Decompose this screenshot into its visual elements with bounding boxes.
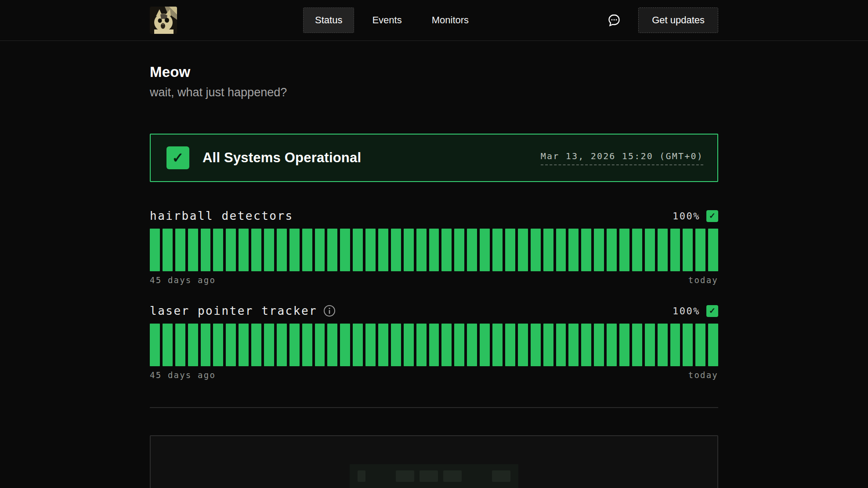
uptime-bar[interactable] xyxy=(365,229,376,271)
uptime-bar[interactable] xyxy=(531,229,541,271)
uptime-bar[interactable] xyxy=(340,229,350,271)
uptime-bar[interactable] xyxy=(201,229,211,271)
uptime-bar[interactable] xyxy=(315,229,325,271)
uptime-bar[interactable] xyxy=(594,324,604,366)
uptime-bar[interactable] xyxy=(251,229,261,271)
uptime-bar[interactable] xyxy=(695,229,705,271)
uptime-bar[interactable] xyxy=(658,229,668,271)
uptime-bar[interactable] xyxy=(277,324,287,366)
uptime-bar[interactable] xyxy=(467,324,477,366)
uptime-bar[interactable] xyxy=(568,229,579,271)
tab-monitors[interactable]: Monitors xyxy=(420,7,481,33)
uptime-bar[interactable] xyxy=(594,229,604,271)
uptime-bar[interactable] xyxy=(568,324,579,366)
uptime-bar[interactable] xyxy=(531,324,541,366)
uptime-bar[interactable] xyxy=(264,324,274,366)
uptime-bar[interactable] xyxy=(163,229,173,271)
uptime-bar[interactable] xyxy=(416,324,427,366)
uptime-bar[interactable] xyxy=(454,324,464,366)
uptime-bar[interactable] xyxy=(480,229,490,271)
uptime-bar[interactable] xyxy=(175,229,185,271)
uptime-bar[interactable] xyxy=(645,324,655,366)
chat-button[interactable] xyxy=(607,13,622,28)
uptime-bar[interactable] xyxy=(708,324,718,366)
uptime-bar[interactable] xyxy=(658,324,668,366)
status-timestamp[interactable]: Mar 13, 2026 15:20 (GMT+0) xyxy=(541,151,703,165)
uptime-bar[interactable] xyxy=(467,229,477,271)
uptime-bar[interactable] xyxy=(556,324,566,366)
uptime-bar[interactable] xyxy=(632,229,642,271)
uptime-bar[interactable] xyxy=(441,324,452,366)
uptime-bar[interactable] xyxy=(708,229,718,271)
uptime-bar[interactable] xyxy=(404,324,414,366)
uptime-bar[interactable] xyxy=(404,229,414,271)
cat-logo[interactable] xyxy=(150,7,177,34)
monitor-status-checkbox[interactable]: ✓ xyxy=(706,210,718,222)
uptime-bar[interactable] xyxy=(150,229,160,271)
monitor-status-checkbox[interactable]: ✓ xyxy=(706,305,718,317)
uptime-bar[interactable] xyxy=(251,324,261,366)
uptime-bar[interactable] xyxy=(619,229,629,271)
uptime-bar[interactable] xyxy=(340,324,350,366)
uptime-bar[interactable] xyxy=(683,229,693,271)
uptime-bar[interactable] xyxy=(492,324,503,366)
uptime-bar[interactable] xyxy=(441,229,452,271)
uptime-bar[interactable] xyxy=(505,324,515,366)
uptime-bar[interactable] xyxy=(277,229,287,271)
uptime-bar[interactable] xyxy=(670,229,680,271)
uptime-bar[interactable] xyxy=(518,324,528,366)
uptime-bar[interactable] xyxy=(429,229,439,271)
uptime-bar[interactable] xyxy=(353,324,363,366)
uptime-bar[interactable] xyxy=(518,229,528,271)
info-icon[interactable] xyxy=(323,305,336,317)
get-updates-button[interactable]: Get updates xyxy=(638,7,718,33)
uptime-bar[interactable] xyxy=(543,324,553,366)
uptime-bar[interactable] xyxy=(695,324,705,366)
uptime-bar[interactable] xyxy=(581,229,591,271)
uptime-bar[interactable] xyxy=(289,324,300,366)
uptime-bar[interactable] xyxy=(391,229,401,271)
uptime-bar[interactable] xyxy=(353,229,363,271)
uptime-bar[interactable] xyxy=(607,229,617,271)
uptime-bar[interactable] xyxy=(264,229,274,271)
uptime-bar[interactable] xyxy=(454,229,464,271)
uptime-bar[interactable] xyxy=(683,324,693,366)
uptime-bar[interactable] xyxy=(226,324,236,366)
uptime-bar[interactable] xyxy=(213,229,223,271)
uptime-bar[interactable] xyxy=(581,324,591,366)
uptime-bar[interactable] xyxy=(619,324,629,366)
uptime-bar[interactable] xyxy=(670,324,680,366)
uptime-bar[interactable] xyxy=(239,324,249,366)
uptime-bar[interactable] xyxy=(175,324,185,366)
uptime-bar[interactable] xyxy=(150,324,160,366)
uptime-bar[interactable] xyxy=(480,324,490,366)
uptime-bar[interactable] xyxy=(607,324,617,366)
uptime-bar[interactable] xyxy=(365,324,376,366)
uptime-bar[interactable] xyxy=(645,229,655,271)
tab-status[interactable]: Status xyxy=(303,7,354,33)
uptime-bar[interactable] xyxy=(302,229,312,271)
uptime-bar[interactable] xyxy=(505,229,515,271)
uptime-bar[interactable] xyxy=(378,229,388,271)
uptime-bar[interactable] xyxy=(289,229,300,271)
uptime-bar[interactable] xyxy=(556,229,566,271)
uptime-bar[interactable] xyxy=(632,324,642,366)
uptime-bar[interactable] xyxy=(416,229,427,271)
uptime-bar[interactable] xyxy=(315,324,325,366)
uptime-bar[interactable] xyxy=(391,324,401,366)
uptime-bar[interactable] xyxy=(239,229,249,271)
uptime-bar[interactable] xyxy=(188,229,198,271)
uptime-bar[interactable] xyxy=(226,229,236,271)
uptime-bar[interactable] xyxy=(378,324,388,366)
uptime-bar[interactable] xyxy=(327,324,337,366)
uptime-bar[interactable] xyxy=(213,324,223,366)
uptime-bar[interactable] xyxy=(302,324,312,366)
uptime-bar[interactable] xyxy=(543,229,553,271)
uptime-bar[interactable] xyxy=(201,324,211,366)
uptime-bar[interactable] xyxy=(492,229,503,271)
tab-events[interactable]: Events xyxy=(360,7,413,33)
uptime-bar[interactable] xyxy=(429,324,439,366)
uptime-bar[interactable] xyxy=(188,324,198,366)
uptime-bar[interactable] xyxy=(163,324,173,366)
uptime-bar[interactable] xyxy=(327,229,337,271)
